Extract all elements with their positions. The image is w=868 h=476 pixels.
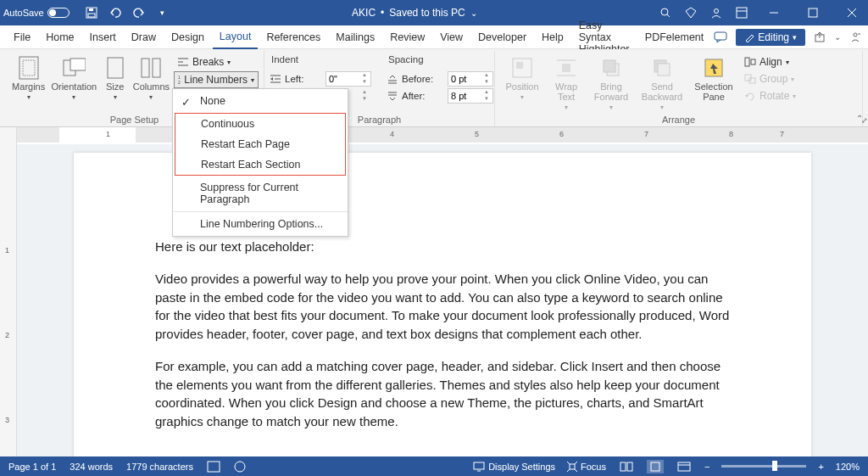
dd-continuous[interactable]: Continuous: [175, 114, 345, 134]
breaks-button[interactable]: Breaks ▾: [174, 54, 259, 70]
spinner-icon[interactable]: ▲▼: [481, 89, 492, 103]
display-settings[interactable]: Display Settings: [473, 462, 555, 472]
undo-icon[interactable]: [108, 6, 122, 20]
svg-rect-41: [516, 62, 523, 69]
align-button[interactable]: Align▾: [741, 54, 799, 70]
ruler: 1 4 5 6 7 8 7: [0, 127, 868, 144]
collapse-ribbon-icon[interactable]: ⌃: [856, 114, 863, 123]
tab-mailings[interactable]: Mailings: [329, 25, 381, 49]
minimize-button[interactable]: [761, 0, 787, 25]
tab-developer[interactable]: Developer: [471, 25, 533, 49]
editing-label: Editing: [758, 31, 789, 43]
save-icon[interactable]: [85, 6, 98, 20]
tab-review[interactable]: Review: [383, 25, 431, 49]
selection-pane-button[interactable]: Selection Pane: [690, 54, 737, 102]
tab-help[interactable]: Help: [535, 25, 570, 49]
svg-rect-6: [737, 8, 747, 18]
svg-rect-12: [715, 32, 726, 40]
status-page[interactable]: Page 1 of 1: [8, 462, 56, 472]
dd-suppress[interactable]: Suppress for Current Paragraph: [173, 177, 348, 210]
print-layout-icon[interactable]: [647, 460, 664, 473]
spinner-icon[interactable]: ▲▼: [359, 89, 370, 103]
tab-pdf[interactable]: PDFelement: [638, 25, 710, 49]
orientation-icon: [62, 56, 86, 80]
svg-rect-42: [562, 64, 570, 72]
web-layout-icon[interactable]: [676, 460, 693, 473]
paragraph-1[interactable]: Here is our text placeholder:: [155, 238, 730, 256]
toggle-off-icon[interactable]: [47, 8, 70, 18]
svg-rect-21: [142, 59, 149, 77]
dd-none[interactable]: ✓ None: [173, 91, 348, 111]
tab-view[interactable]: View: [433, 25, 470, 49]
autosave-label: AutoSave: [3, 8, 44, 18]
editing-mode-button[interactable]: Editing ▾: [736, 29, 805, 46]
assist-icon[interactable]: [849, 31, 861, 43]
horizontal-ruler[interactable]: 1 4 5 6 7 8 7: [17, 127, 868, 144]
dd-restart-section[interactable]: Restart Each Section: [175, 154, 345, 175]
spellcheck-icon[interactable]: [207, 461, 220, 473]
accessibility-icon[interactable]: [234, 461, 246, 473]
send-backward-icon: [650, 56, 674, 80]
svg-rect-50: [745, 58, 749, 66]
chevron-down-icon[interactable]: ⌄: [470, 8, 477, 18]
focus-mode[interactable]: Focus: [567, 462, 606, 472]
columns-label: Columns: [133, 81, 170, 92]
tab-insert[interactable]: Insert: [83, 25, 123, 49]
read-mode-icon[interactable]: [618, 460, 635, 473]
redo-icon[interactable]: [132, 6, 146, 20]
paragraph-3[interactable]: For example, you can add a matching cove…: [155, 357, 730, 431]
columns-icon: [139, 56, 163, 80]
spacing-before-icon: [387, 74, 398, 84]
svg-point-3: [661, 8, 668, 15]
status-chars[interactable]: 1779 characters: [126, 462, 193, 472]
size-label: Size: [106, 81, 124, 92]
person-icon[interactable]: [710, 7, 722, 19]
maximize-button[interactable]: [800, 0, 826, 25]
svg-rect-20: [108, 58, 123, 78]
tab-esh[interactable]: Easy Syntax Highlighter: [572, 25, 637, 49]
search-icon[interactable]: [659, 7, 671, 19]
chevron-down-icon[interactable]: ⌄: [834, 32, 841, 42]
group-icon: [744, 74, 756, 84]
zoom-in-icon[interactable]: +: [818, 462, 823, 472]
dd-restart-page[interactable]: Restart Each Page: [175, 134, 345, 154]
margins-button[interactable]: Margins ▾: [10, 54, 47, 101]
close-button[interactable]: [839, 0, 865, 25]
spinner-icon[interactable]: ▲▼: [481, 72, 492, 86]
comments-icon[interactable]: [714, 31, 727, 43]
line-numbers-button[interactable]: 12 Line Numbers ▾: [174, 71, 259, 88]
tab-design[interactable]: Design: [164, 25, 211, 49]
monitor-icon: [473, 462, 485, 472]
zoom-slider[interactable]: [721, 465, 806, 468]
svg-rect-66: [678, 462, 690, 471]
zoom-out-icon[interactable]: −: [704, 462, 709, 472]
vertical-ruler[interactable]: 1 2 3: [0, 144, 17, 456]
app-icon[interactable]: [736, 7, 748, 19]
paragraph-2[interactable]: Video provides a powerful way to help yo…: [155, 270, 730, 344]
rotate-icon: [744, 91, 756, 101]
tab-file[interactable]: File: [7, 25, 37, 49]
zoom-value[interactable]: 120%: [836, 462, 860, 472]
qat-dropdown-icon[interactable]: ▾: [156, 6, 170, 20]
tab-draw[interactable]: Draw: [125, 25, 163, 49]
svg-rect-22: [153, 59, 160, 77]
status-words[interactable]: 324 words: [70, 462, 113, 472]
autosave-toggle[interactable]: AutoSave: [3, 8, 70, 18]
dot-sep: •: [381, 7, 384, 19]
tab-references[interactable]: References: [259, 25, 327, 49]
check-icon: ✓: [181, 96, 191, 109]
columns-button[interactable]: Columns ▾: [132, 54, 170, 101]
share-icon[interactable]: [814, 31, 826, 43]
document-area: 1 2 3 Here is our text placeholder: Vide…: [0, 144, 868, 456]
orientation-button[interactable]: Orientation ▾: [50, 54, 97, 101]
spinner-icon[interactable]: ▲▼: [359, 72, 370, 86]
svg-rect-46: [604, 60, 615, 72]
dd-options[interactable]: Line Numbering Options...: [173, 214, 348, 234]
diamond-icon[interactable]: [685, 7, 697, 19]
ruler-corner: [0, 127, 17, 144]
tab-layout[interactable]: Layout: [213, 25, 259, 49]
group-arrange: Position▾ Wrap Text▾ Bring Forward▾ Send…: [495, 51, 863, 126]
tab-home[interactable]: Home: [39, 25, 81, 49]
line-numbers-label: Line Numbers: [184, 74, 248, 86]
size-button[interactable]: Size ▾: [101, 54, 129, 101]
